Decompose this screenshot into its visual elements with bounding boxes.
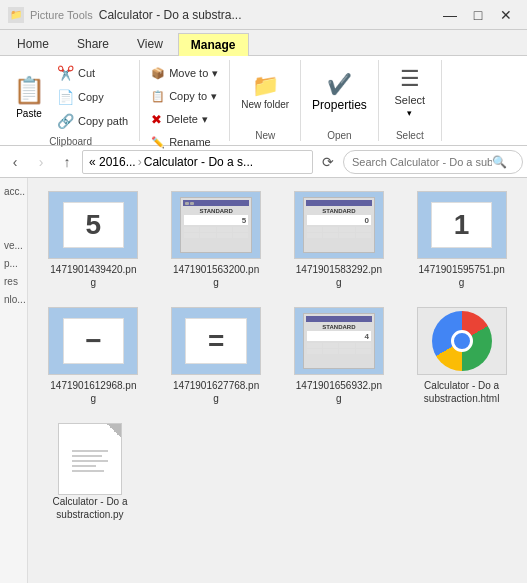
- sidebar-item-res[interactable]: res: [2, 272, 25, 290]
- select-group-label: Select: [385, 128, 435, 141]
- tab-view[interactable]: View: [124, 32, 176, 55]
- cut-button[interactable]: ✂️ Cut: [52, 62, 133, 84]
- py-file-icon: [58, 423, 122, 495]
- properties-button[interactable]: ✔️ Properties: [307, 62, 372, 122]
- moveto-label: Move to: [169, 67, 208, 79]
- paste-icon: 📋: [13, 75, 45, 106]
- moveto-button[interactable]: 📦 Move to ▾: [146, 62, 223, 84]
- sidebar-item-ve[interactable]: ve...: [2, 236, 25, 254]
- cut-label: Cut: [78, 67, 95, 79]
- file-name-2: 1471901563200.png: [171, 263, 261, 289]
- properties-icon: ✔️: [327, 72, 352, 96]
- file-item-6[interactable]: = 1471901627768.png: [159, 302, 274, 410]
- paste-label: Paste: [16, 108, 42, 119]
- select-label: Select: [395, 94, 426, 106]
- sidebar-item-2[interactable]: [2, 200, 25, 218]
- copy-button[interactable]: 📄 Copy: [52, 86, 133, 108]
- select-button[interactable]: ☰ Select ▾: [385, 62, 435, 122]
- select-icon: ☰: [400, 66, 420, 92]
- file-item-9[interactable]: Calculator - Do a substraction.py: [40, 418, 140, 526]
- copypath-button[interactable]: 🔗 Copy path: [52, 110, 133, 132]
- calc-thumb-3: STANDARD 0: [303, 197, 375, 253]
- sidebar-item-acc[interactable]: acc...: [2, 182, 25, 200]
- delete-icon: ✖: [151, 112, 162, 127]
- rename-icon: ✏️: [151, 136, 165, 149]
- file-name-4: 1471901595751.png: [417, 263, 507, 289]
- clipboard-right: ✂️ Cut 📄 Copy 🔗 Copy path: [52, 62, 133, 132]
- tab-manage[interactable]: Manage: [178, 33, 249, 56]
- file-name-3: 1471901583292.png: [294, 263, 384, 289]
- file-item-4[interactable]: 1 1471901595751.png: [404, 186, 519, 294]
- file-area: acc... ve... p... res nlo... 5 147190143…: [0, 178, 527, 583]
- title-bar: 📁 Picture Tools Calculator - Do a substr…: [0, 0, 527, 30]
- sidebar-item-3[interactable]: [2, 218, 25, 236]
- sidebar-item-nlo[interactable]: nlo...: [2, 290, 25, 308]
- up-button[interactable]: ↑: [56, 151, 78, 173]
- file-thumb-inner-5: −: [63, 318, 125, 364]
- calc-display-7: 4: [307, 331, 371, 341]
- file-thumb-1: 5: [48, 191, 138, 259]
- moveto-icon: 📦: [151, 67, 165, 80]
- organize-buttons: 📦 Move to ▾ 📋 Copy to ▾ ✖ Delete ▾ ✏️ Re…: [146, 62, 223, 153]
- copyto-label: Copy to: [169, 90, 207, 102]
- tab-home[interactable]: Home: [4, 32, 62, 55]
- maximize-button[interactable]: □: [465, 4, 491, 26]
- minimize-button[interactable]: —: [437, 4, 463, 26]
- sidebar: acc... ve... p... res nlo...: [0, 178, 28, 583]
- open-group-label: Open: [307, 128, 372, 141]
- app-icon: 📁: [8, 7, 24, 23]
- breadcrumb-part1: « 2016...: [89, 155, 136, 169]
- title-bar-left: 📁 Picture Tools Calculator - Do a substr…: [8, 7, 242, 23]
- new-group-label: New: [236, 128, 294, 141]
- close-button[interactable]: ✕: [493, 4, 519, 26]
- file-name-9: Calculator - Do a substraction.py: [45, 495, 135, 521]
- copyto-arrow: ▾: [211, 90, 217, 103]
- newfolder-button[interactable]: 📁 New folder: [236, 62, 294, 122]
- file-item-5[interactable]: − 1471901612968.png: [36, 302, 151, 410]
- window-controls: — □ ✕: [437, 4, 519, 26]
- clipboard-content: 📋 Paste ✂️ Cut 📄 Copy 🔗 Copy path: [8, 60, 133, 134]
- new-content: 📁 New folder: [236, 60, 294, 128]
- file-item-7[interactable]: STANDARD 4 1471901656932.png: [282, 302, 397, 410]
- copypath-icon: 🔗: [57, 113, 74, 129]
- file-item-2[interactable]: STANDARD 5 1471901563200.png: [159, 186, 274, 294]
- cut-icon: ✂️: [57, 65, 74, 81]
- copy-label: Copy: [78, 91, 104, 103]
- file-item-8[interactable]: Calculator - Do a substraction.html: [404, 302, 519, 410]
- file-name-7: 1471901656932.png: [294, 379, 384, 405]
- calc-buttons-7: [307, 343, 371, 354]
- calc-titlebar-7: [306, 316, 372, 322]
- py-fold: [107, 424, 121, 438]
- moveto-arrow: ▾: [212, 67, 218, 80]
- search-box: 🔍: [343, 150, 523, 174]
- properties-label: Properties: [312, 98, 367, 112]
- file-name-1: 1471901439420.png: [48, 263, 138, 289]
- calc-thumb-7: STANDARD 4: [303, 313, 375, 369]
- file-thumb-4: 1: [417, 191, 507, 259]
- title-bar-picture-tools: Picture Tools: [30, 9, 93, 21]
- calc-titlebar-2: [183, 200, 249, 206]
- main-content: 5 1471901439420.png STANDARD 5: [28, 178, 527, 583]
- back-button[interactable]: ‹: [4, 151, 26, 173]
- copypath-label: Copy path: [78, 115, 128, 127]
- file-item-1[interactable]: 5 1471901439420.png: [36, 186, 151, 294]
- delete-button[interactable]: ✖ Delete ▾: [146, 108, 223, 130]
- file-thumb-inner-4: 1: [431, 202, 493, 248]
- delete-arrow: ▾: [202, 113, 208, 126]
- select-arrow: ▾: [407, 108, 412, 118]
- forward-button[interactable]: ›: [30, 151, 52, 173]
- calc-display-3: 0: [307, 215, 371, 225]
- file-item-3[interactable]: STANDARD 0 1471901583292.png: [282, 186, 397, 294]
- organize-content: 📦 Move to ▾ 📋 Copy to ▾ ✖ Delete ▾ ✏️ Re…: [146, 60, 223, 155]
- refresh-button[interactable]: ⟳: [317, 151, 339, 173]
- copyto-button[interactable]: 📋 Copy to ▾: [146, 85, 223, 107]
- search-input[interactable]: [352, 156, 492, 168]
- tab-share[interactable]: Share: [64, 32, 122, 55]
- paste-button[interactable]: 📋 Paste: [8, 67, 50, 127]
- calc-buttons-2: [184, 227, 248, 238]
- sidebar-item-p[interactable]: p...: [2, 254, 25, 272]
- clipboard-group-label: Clipboard: [8, 134, 133, 147]
- address-bar: ‹ › ↑ « 2016... › Calculator - Do a s...…: [0, 146, 527, 178]
- file-thumb-3: STANDARD 0: [294, 191, 384, 259]
- breadcrumb[interactable]: « 2016... › Calculator - Do a s...: [82, 150, 313, 174]
